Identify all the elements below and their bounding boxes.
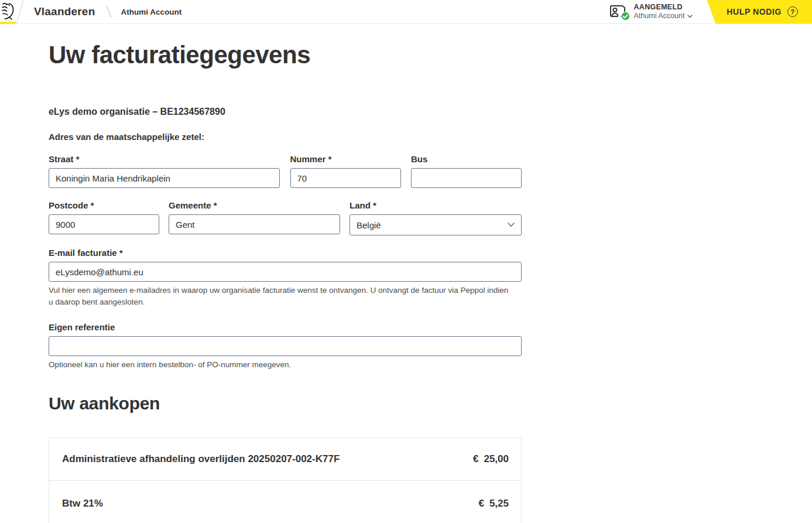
municipality-input[interactable] [169, 214, 340, 234]
address-row-2: Postcode * Gemeente * Land * België [49, 200, 522, 235]
country-selected-value: België [357, 220, 381, 230]
postcode-label: Postcode * [49, 200, 159, 210]
address-row-1: Straat * Nummer * Bus [49, 154, 522, 188]
email-row: E-mail facturatie * Vul hier een algemee… [49, 248, 522, 308]
bus-label: Bus [411, 154, 522, 164]
municipality-label: Gemeente * [169, 200, 340, 210]
organisation-line: eLys demo organisatie – BE1234567890 [49, 107, 522, 117]
breadcrumb-separator-icon [105, 4, 112, 20]
help-button-label: HULP NODIG [727, 7, 782, 16]
number-input[interactable] [290, 168, 401, 188]
currency-symbol: € [478, 498, 484, 509]
country-label: Land * [350, 200, 522, 210]
login-status-label: AANGEMELD [634, 3, 693, 12]
billing-page: Uw facturatiegegevens eLys demo organisa… [49, 42, 522, 523]
reference-row: Eigen referentie Optioneel kan u hier ee… [49, 322, 522, 371]
invoice-email-help-text: Vul hier een algemeen e-mailadres in waa… [49, 285, 511, 308]
brand-title[interactable]: Vlaanderen [34, 5, 95, 18]
table-row: Administratieve afhandeling overlijden 2… [49, 438, 521, 481]
country-select[interactable]: België [350, 214, 522, 235]
select-chevron-down-icon [508, 223, 515, 227]
help-button[interactable]: HULP NODIG ? [707, 0, 812, 24]
own-reference-label: Eigen referentie [49, 322, 522, 332]
purchase-item-amount: €25,00 [473, 453, 509, 465]
vat-amount: €5,25 [478, 498, 509, 510]
top-header: Vlaanderen Athumi Account AANGEMELD Athu… [0, 0, 812, 24]
postcode-input[interactable] [49, 214, 159, 234]
purchases-table: Administratieve afhandeling overlijden 2… [49, 437, 522, 523]
address-heading: Adres van de maatschappelijke zetel: [49, 132, 522, 142]
amount-value: 25,00 [484, 453, 509, 464]
breadcrumb[interactable]: Athumi Account [121, 8, 181, 16]
street-input[interactable] [49, 168, 280, 188]
vlaanderen-logo[interactable] [0, 0, 26, 24]
purchase-item-label: Administratieve afhandeling overlijden 2… [62, 453, 340, 465]
verified-check-icon [621, 12, 630, 20]
vat-label: Btw 21% [62, 498, 103, 510]
purchases-heading: Uw aankopen [49, 394, 522, 413]
flemish-lion-icon [1, 2, 15, 23]
login-account-label: Athumi Account [634, 12, 685, 20]
id-card-icon [609, 4, 628, 19]
logo-diagonal-divider [16, 0, 25, 24]
chevron-down-icon [687, 15, 693, 18]
street-label: Straat * [49, 154, 280, 164]
own-reference-help-text: Optioneel kan u hier een intern bestelbo… [49, 359, 511, 371]
amount-value: 5,25 [489, 498, 509, 509]
invoice-email-input[interactable] [49, 262, 522, 282]
logo-yellow-accent [0, 22, 16, 24]
invoice-email-label: E-mail facturatie * [49, 248, 522, 258]
bus-input[interactable] [411, 168, 522, 188]
table-row: Btw 21% €5,25 [49, 481, 521, 523]
page-title: Uw facturatiegegevens [49, 42, 522, 68]
own-reference-input[interactable] [49, 336, 522, 356]
number-label: Nummer * [290, 154, 401, 164]
currency-symbol: € [473, 453, 478, 464]
question-mark-icon: ? [787, 6, 798, 17]
account-menu[interactable]: AANGEMELD Athumi Account [609, 3, 693, 20]
